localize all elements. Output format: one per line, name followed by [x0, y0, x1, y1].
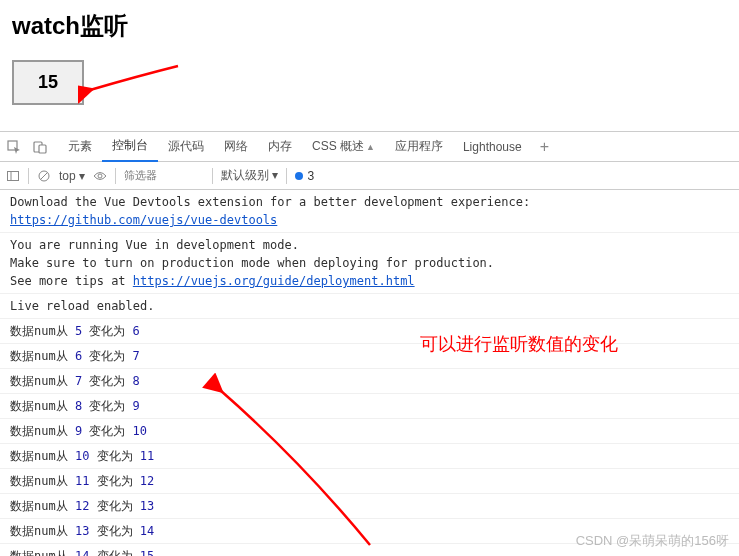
svg-line-6: [41, 172, 48, 179]
separator: [28, 168, 29, 184]
console-log-row: 数据num从 11 变化为 12: [0, 469, 739, 494]
tab-sources[interactable]: 源代码: [158, 132, 214, 162]
separator: [286, 168, 287, 184]
console-log-row: 数据num从 6 变化为 7: [0, 344, 739, 369]
console-log-row: 数据num从 12 变化为 13: [0, 494, 739, 519]
console-log-row: 数据num从 7 变化为 8: [0, 369, 739, 394]
tab-application[interactable]: 应用程序: [385, 132, 453, 162]
deployment-link[interactable]: https://vuejs.org/guide/deployment.html: [133, 274, 415, 288]
devtools-panel: 元素 控制台 源代码 网络 内存 CSS 概述▲ 应用程序 Lighthouse…: [0, 131, 739, 556]
console-log-row: 数据num从 5 变化为 6: [0, 319, 739, 344]
tab-console[interactable]: 控制台: [102, 132, 158, 162]
tab-css-overview[interactable]: CSS 概述▲: [302, 132, 385, 162]
context-selector[interactable]: top ▾: [59, 169, 85, 183]
annotation-text: 可以进行监听数值的变化: [420, 332, 618, 356]
tab-add[interactable]: +: [532, 132, 557, 162]
devtools-link[interactable]: https://github.com/vuejs/vue-devtools: [10, 213, 277, 227]
console-message: Download the Vue Devtools extension for …: [0, 190, 739, 233]
console-output: Download the Vue Devtools extension for …: [0, 190, 739, 556]
eye-icon[interactable]: [93, 169, 107, 183]
filter-input[interactable]: [124, 169, 204, 182]
counter-button[interactable]: 15: [12, 60, 84, 105]
issues-badge[interactable]: 3: [295, 169, 314, 183]
svg-rect-3: [8, 171, 19, 180]
tab-network[interactable]: 网络: [214, 132, 258, 162]
console-message: Live reload enabled.: [0, 294, 739, 319]
watermark: CSDN @呆萌呆萌的156呀: [576, 532, 729, 550]
console-log-row: 数据num从 8 变化为 9: [0, 394, 739, 419]
tab-lighthouse[interactable]: Lighthouse: [453, 132, 532, 162]
svg-rect-2: [39, 145, 46, 153]
tab-elements[interactable]: 元素: [58, 132, 102, 162]
inspect-icon[interactable]: [6, 139, 22, 155]
console-log-row: 数据num从 10 变化为 11: [0, 444, 739, 469]
page-title: watch监听: [12, 10, 727, 42]
tab-memory[interactable]: 内存: [258, 132, 302, 162]
svg-point-7: [98, 174, 102, 178]
clear-console-icon[interactable]: [37, 169, 51, 183]
log-level-selector[interactable]: 默认级别 ▾: [221, 167, 278, 184]
device-toggle-icon[interactable]: [32, 139, 48, 155]
console-message: You are running Vue in development mode.…: [0, 233, 739, 294]
console-log-row: 数据num从 9 变化为 10: [0, 419, 739, 444]
separator: [212, 168, 213, 184]
console-toolbar: top ▾ 默认级别 ▾ 3: [0, 162, 739, 190]
separator: [115, 168, 116, 184]
devtools-tabs: 元素 控制台 源代码 网络 内存 CSS 概述▲ 应用程序 Lighthouse…: [0, 132, 739, 162]
sidebar-toggle-icon[interactable]: [6, 169, 20, 183]
